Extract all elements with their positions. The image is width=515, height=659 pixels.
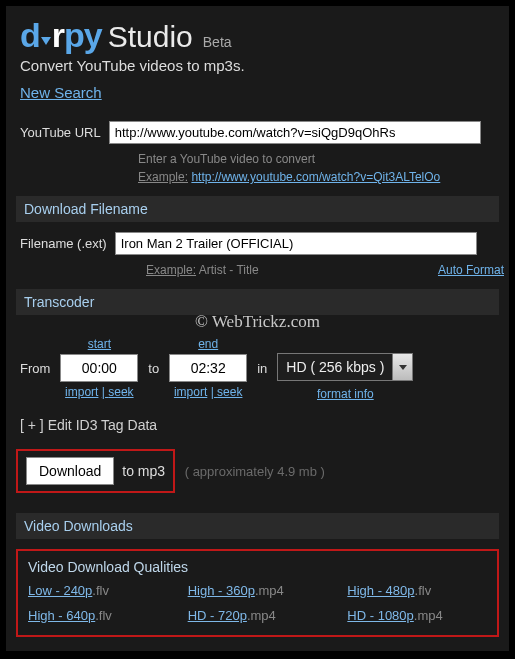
- arrow-down-icon: [41, 37, 51, 45]
- url-row: YouTube URL: [20, 121, 495, 144]
- filename-example-text: Artist - Title: [199, 263, 259, 277]
- main-panel: drpy Studio Beta Convert YouTube videos …: [6, 6, 509, 651]
- format-info-link[interactable]: format info: [317, 387, 374, 401]
- quality-item-1080p[interactable]: HD - 1080p.mp4: [347, 608, 487, 623]
- end-column: end import | seek: [169, 337, 247, 399]
- quality-item-360p[interactable]: High - 360p.mp4: [188, 583, 328, 598]
- filename-hint: Example: Artist - Title Auto Format: [146, 261, 504, 279]
- id3-toggle[interactable]: [ + ] Edit ID3 Tag Data: [20, 417, 495, 433]
- transcoder-section-header: Transcoder: [16, 289, 499, 315]
- chevron-down-icon[interactable]: [392, 354, 412, 380]
- auto-format-link[interactable]: Auto Format: [438, 261, 504, 279]
- filename-label: Filename (.ext): [20, 236, 107, 251]
- url-hint-text: Enter a YouTube video to convert: [138, 152, 315, 166]
- filename-section-header: Download Filename: [16, 196, 499, 222]
- transcoder-row: From start import | seek to end import |…: [20, 335, 495, 401]
- quality-column: . HD ( 256 kbps ) format info: [277, 335, 413, 401]
- in-label: in: [257, 361, 267, 376]
- to-mp3-label: to mp3: [122, 463, 165, 479]
- subtitle: Convert YouTube videos to mp3s.: [20, 57, 495, 74]
- quality-select[interactable]: HD ( 256 kbps ): [277, 353, 413, 381]
- video-downloads-box: Video Download Qualities Low - 240p.flv …: [16, 549, 499, 637]
- filename-input[interactable]: [115, 232, 477, 255]
- beta-text: Beta: [203, 34, 232, 50]
- plus-icon: [ + ]: [20, 417, 44, 433]
- start-import-link[interactable]: import: [65, 385, 98, 399]
- video-downloads-section-header: Video Downloads: [16, 513, 499, 539]
- filename-example-label: Example:: [146, 263, 196, 277]
- download-button[interactable]: Download: [26, 457, 114, 485]
- to-label: to: [148, 361, 159, 376]
- end-time-input[interactable]: [169, 354, 247, 382]
- end-seek-link[interactable]: seek: [217, 385, 242, 399]
- quality-item-640p[interactable]: High - 640p.flv: [28, 608, 168, 623]
- url-hint: Enter a YouTube video to convert Example…: [138, 150, 495, 186]
- filename-row: Filename (.ext): [20, 232, 495, 255]
- from-label: From: [20, 361, 50, 376]
- start-seek-link[interactable]: seek: [108, 385, 133, 399]
- url-example-label: Example:: [138, 170, 188, 184]
- new-search-link[interactable]: New Search: [20, 84, 102, 101]
- url-label: YouTube URL: [20, 125, 101, 140]
- video-downloads-subtitle: Video Download Qualities: [28, 559, 487, 575]
- start-label[interactable]: start: [88, 337, 111, 351]
- video-downloads-grid: Low - 240p.flv High - 360p.mp4 High - 48…: [28, 583, 487, 623]
- studio-text: Studio: [108, 20, 193, 54]
- quality-value: HD ( 256 kbps ): [278, 354, 392, 380]
- brand-row: drpy Studio Beta: [20, 16, 495, 55]
- approx-size: ( approximately 4.9 mb ): [185, 464, 325, 479]
- start-time-input[interactable]: [60, 354, 138, 382]
- id3-label: Edit ID3 Tag Data: [48, 417, 157, 433]
- dirpy-logo: drpy: [20, 16, 102, 55]
- end-import-link[interactable]: import: [174, 385, 207, 399]
- url-example-link[interactable]: http://www.youtube.com/watch?v=Qit3ALTel…: [191, 170, 440, 184]
- start-column: start import | seek: [60, 337, 138, 399]
- quality-item-240p[interactable]: Low - 240p.flv: [28, 583, 168, 598]
- quality-item-480p[interactable]: High - 480p.flv: [347, 583, 487, 598]
- download-row: Download to mp3: [16, 449, 175, 493]
- youtube-url-input[interactable]: [109, 121, 481, 144]
- quality-item-720p[interactable]: HD - 720p.mp4: [188, 608, 328, 623]
- end-label[interactable]: end: [198, 337, 218, 351]
